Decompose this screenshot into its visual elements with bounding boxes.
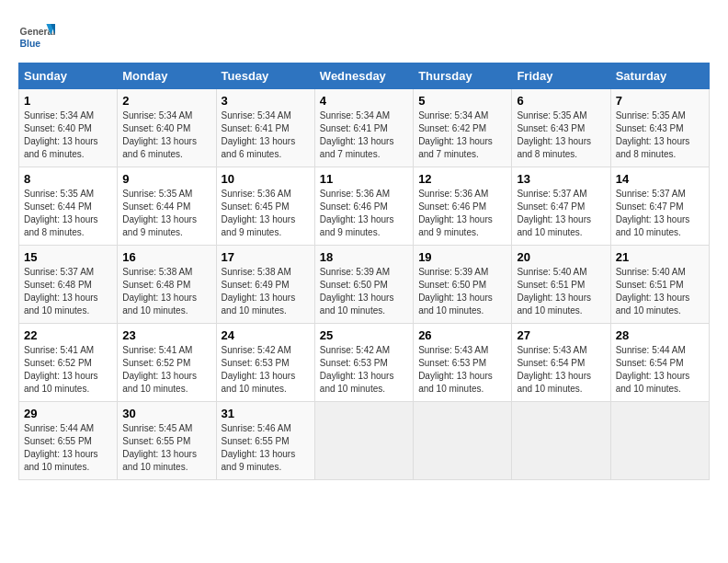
day-info: Sunrise: 5:34 AM Sunset: 6:42 PM Dayligh… (418, 109, 506, 161)
day-number: 26 (418, 328, 506, 342)
svg-text:Blue: Blue (20, 39, 41, 49)
day-cell: 30Sunrise: 5:45 AM Sunset: 6:55 PM Dayli… (118, 402, 216, 480)
day-number: 24 (222, 328, 310, 342)
day-cell: 3Sunrise: 5:34 AM Sunset: 6:41 PM Daylig… (216, 89, 314, 167)
day-cell (512, 402, 610, 480)
day-info: Sunrise: 5:38 AM Sunset: 6:49 PM Dayligh… (222, 266, 310, 317)
day-info: Sunrise: 5:35 AM Sunset: 6:43 PM Dayligh… (517, 109, 605, 161)
day-cell: 24Sunrise: 5:42 AM Sunset: 6:53 PM Dayli… (216, 324, 314, 402)
day-info: Sunrise: 5:41 AM Sunset: 6:52 PM Dayligh… (24, 344, 112, 396)
day-number: 3 (222, 94, 310, 108)
day-cell: 20Sunrise: 5:40 AM Sunset: 6:51 PM Dayli… (512, 246, 610, 324)
day-info: Sunrise: 5:41 AM Sunset: 6:52 PM Dayligh… (122, 344, 210, 396)
calendar-header-row: SundayMondayTuesdayWednesdayThursdayFrid… (19, 63, 710, 89)
day-info: Sunrise: 5:35 AM Sunset: 6:44 PM Dayligh… (122, 188, 210, 239)
day-cell: 1Sunrise: 5:34 AM Sunset: 6:40 PM Daylig… (19, 89, 118, 167)
day-number: 6 (517, 94, 605, 108)
day-cell: 22Sunrise: 5:41 AM Sunset: 6:52 PM Dayli… (19, 324, 118, 402)
day-cell: 7Sunrise: 5:35 AM Sunset: 6:43 PM Daylig… (610, 89, 709, 167)
day-info: Sunrise: 5:37 AM Sunset: 6:47 PM Dayligh… (616, 188, 704, 239)
day-cell (414, 402, 512, 480)
day-number: 13 (517, 172, 605, 186)
day-cell: 31Sunrise: 5:46 AM Sunset: 6:55 PM Dayli… (216, 402, 314, 480)
day-cell: 28Sunrise: 5:44 AM Sunset: 6:54 PM Dayli… (610, 324, 709, 402)
day-cell: 6Sunrise: 5:35 AM Sunset: 6:43 PM Daylig… (512, 89, 610, 167)
header-wednesday: Wednesday (314, 63, 413, 89)
header-monday: Monday (118, 63, 216, 89)
day-cell: 18Sunrise: 5:39 AM Sunset: 6:50 PM Dayli… (314, 246, 413, 324)
day-number: 31 (222, 407, 310, 420)
day-cell: 29Sunrise: 5:44 AM Sunset: 6:55 PM Dayli… (19, 402, 118, 480)
day-cell: 21Sunrise: 5:40 AM Sunset: 6:51 PM Dayli… (610, 246, 709, 324)
day-number: 7 (616, 94, 704, 108)
day-info: Sunrise: 5:42 AM Sunset: 6:53 PM Dayligh… (222, 344, 310, 396)
calendar-table: SundayMondayTuesdayWednesdayThursdayFrid… (18, 63, 710, 480)
day-cell: 16Sunrise: 5:38 AM Sunset: 6:48 PM Dayli… (118, 246, 216, 324)
day-info: Sunrise: 5:37 AM Sunset: 6:47 PM Dayligh… (517, 188, 605, 239)
day-info: Sunrise: 5:34 AM Sunset: 6:41 PM Dayligh… (320, 109, 408, 161)
header-sunday: Sunday (19, 63, 118, 89)
day-number: 15 (24, 250, 112, 264)
header-saturday: Saturday (610, 63, 709, 89)
day-number: 17 (222, 250, 310, 264)
day-number: 25 (320, 328, 408, 342)
day-info: Sunrise: 5:36 AM Sunset: 6:46 PM Dayligh… (320, 188, 408, 239)
day-info: Sunrise: 5:40 AM Sunset: 6:51 PM Dayligh… (616, 266, 704, 317)
day-info: Sunrise: 5:34 AM Sunset: 6:41 PM Dayligh… (222, 109, 310, 161)
day-info: Sunrise: 5:43 AM Sunset: 6:53 PM Dayligh… (418, 344, 506, 396)
day-info: Sunrise: 5:38 AM Sunset: 6:48 PM Dayligh… (122, 266, 210, 317)
day-number: 21 (616, 250, 704, 264)
logo: General Blue (18, 18, 59, 55)
day-cell: 9Sunrise: 5:35 AM Sunset: 6:44 PM Daylig… (118, 167, 216, 246)
day-number: 20 (517, 250, 605, 264)
day-number: 10 (222, 172, 310, 186)
calendar-body: 1Sunrise: 5:34 AM Sunset: 6:40 PM Daylig… (19, 89, 710, 480)
day-number: 14 (616, 172, 704, 186)
day-info: Sunrise: 5:42 AM Sunset: 6:53 PM Dayligh… (320, 344, 408, 396)
day-number: 30 (122, 407, 210, 420)
day-info: Sunrise: 5:44 AM Sunset: 6:55 PM Dayligh… (24, 422, 112, 474)
day-number: 27 (517, 328, 605, 342)
header-tuesday: Tuesday (216, 63, 314, 89)
day-cell: 8Sunrise: 5:35 AM Sunset: 6:44 PM Daylig… (19, 167, 118, 246)
day-cell: 15Sunrise: 5:37 AM Sunset: 6:48 PM Dayli… (19, 246, 118, 324)
day-number: 5 (418, 94, 506, 108)
day-cell: 10Sunrise: 5:36 AM Sunset: 6:45 PM Dayli… (216, 167, 314, 246)
day-info: Sunrise: 5:36 AM Sunset: 6:46 PM Dayligh… (418, 188, 506, 239)
day-number: 23 (122, 328, 210, 342)
day-cell: 25Sunrise: 5:42 AM Sunset: 6:53 PM Dayli… (314, 324, 413, 402)
week-row-5: 29Sunrise: 5:44 AM Sunset: 6:55 PM Dayli… (19, 402, 710, 480)
day-info: Sunrise: 5:46 AM Sunset: 6:55 PM Dayligh… (222, 422, 310, 474)
week-row-3: 15Sunrise: 5:37 AM Sunset: 6:48 PM Dayli… (19, 246, 710, 324)
day-cell: 14Sunrise: 5:37 AM Sunset: 6:47 PM Dayli… (610, 167, 709, 246)
day-number: 28 (616, 328, 704, 342)
day-cell: 2Sunrise: 5:34 AM Sunset: 6:40 PM Daylig… (118, 89, 216, 167)
day-cell: 5Sunrise: 5:34 AM Sunset: 6:42 PM Daylig… (414, 89, 512, 167)
header-friday: Friday (512, 63, 610, 89)
day-number: 8 (24, 172, 112, 186)
day-cell: 19Sunrise: 5:39 AM Sunset: 6:50 PM Dayli… (414, 246, 512, 324)
day-info: Sunrise: 5:34 AM Sunset: 6:40 PM Dayligh… (122, 109, 210, 161)
day-number: 18 (320, 250, 408, 264)
page-header: General Blue (18, 18, 710, 55)
day-info: Sunrise: 5:36 AM Sunset: 6:45 PM Dayligh… (222, 188, 310, 239)
day-cell (610, 402, 709, 480)
day-info: Sunrise: 5:44 AM Sunset: 6:54 PM Dayligh… (616, 344, 704, 396)
day-cell: 17Sunrise: 5:38 AM Sunset: 6:49 PM Dayli… (216, 246, 314, 324)
week-row-4: 22Sunrise: 5:41 AM Sunset: 6:52 PM Dayli… (19, 324, 710, 402)
day-info: Sunrise: 5:39 AM Sunset: 6:50 PM Dayligh… (320, 266, 408, 317)
day-cell: 11Sunrise: 5:36 AM Sunset: 6:46 PM Dayli… (314, 167, 413, 246)
day-number: 19 (418, 250, 506, 264)
day-info: Sunrise: 5:39 AM Sunset: 6:50 PM Dayligh… (418, 266, 506, 317)
day-cell: 13Sunrise: 5:37 AM Sunset: 6:47 PM Dayli… (512, 167, 610, 246)
day-info: Sunrise: 5:45 AM Sunset: 6:55 PM Dayligh… (122, 422, 210, 474)
day-info: Sunrise: 5:35 AM Sunset: 6:43 PM Dayligh… (616, 109, 704, 161)
day-cell: 23Sunrise: 5:41 AM Sunset: 6:52 PM Dayli… (118, 324, 216, 402)
day-number: 16 (122, 250, 210, 264)
day-number: 22 (24, 328, 112, 342)
day-info: Sunrise: 5:37 AM Sunset: 6:48 PM Dayligh… (24, 266, 112, 317)
day-cell (314, 402, 413, 480)
day-cell: 4Sunrise: 5:34 AM Sunset: 6:41 PM Daylig… (314, 89, 413, 167)
day-cell: 12Sunrise: 5:36 AM Sunset: 6:46 PM Dayli… (414, 167, 512, 246)
day-info: Sunrise: 5:40 AM Sunset: 6:51 PM Dayligh… (517, 266, 605, 317)
